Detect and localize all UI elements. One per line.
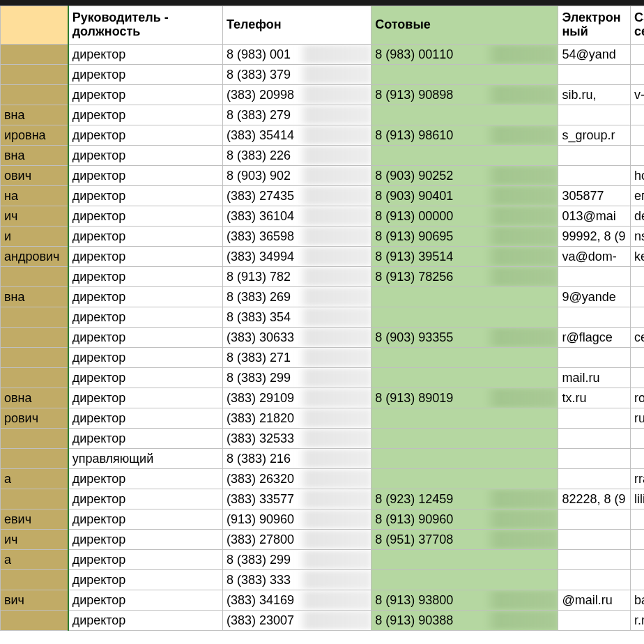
cell-mobile[interactable]: 8 (923) 12459 xyxy=(371,489,558,509)
cell-email[interactable] xyxy=(558,105,630,125)
cell-mobile[interactable]: 8 (903) 93355 xyxy=(371,328,558,348)
cell-site[interactable]: r.ru xyxy=(630,611,644,631)
cell-email[interactable] xyxy=(558,429,630,449)
cell-position[interactable]: директор xyxy=(68,105,223,125)
table-row[interactable]: директор8 (383) 271 xyxy=(1,348,645,368)
cell-phone[interactable]: (383) 35414 xyxy=(222,125,371,146)
cell-site[interactable] xyxy=(630,429,644,449)
cell-position[interactable]: директор xyxy=(68,146,223,166)
cell-name-fragment[interactable] xyxy=(1,45,68,65)
header-position[interactable]: Руководитель - должность xyxy=(68,6,223,45)
cell-site[interactable] xyxy=(630,287,644,307)
cell-position[interactable]: директор xyxy=(68,125,223,146)
table-row[interactable]: внадиректор8 (383) 279 xyxy=(1,105,645,125)
cell-mobile[interactable] xyxy=(371,287,558,307)
cell-email[interactable]: 9@yande xyxy=(558,287,630,307)
cell-phone[interactable]: (383) 27435 xyxy=(222,186,371,206)
cell-email[interactable]: mail.ru xyxy=(558,368,630,388)
cell-site[interactable] xyxy=(630,570,644,590)
cell-position[interactable]: директор xyxy=(68,530,223,550)
cell-mobile[interactable] xyxy=(371,550,558,570)
table-row[interactable]: директор(383) 209988 (913) 90898sib.ru,v… xyxy=(1,85,645,105)
cell-position[interactable]: директор xyxy=(68,388,223,408)
table-row[interactable]: внадиректор8 (383) 226 xyxy=(1,146,645,166)
table-row[interactable]: ичдиректор(383) 361048 (913) 00000013@ma… xyxy=(1,206,645,227)
table-row[interactable]: директор(383) 335778 (923) 1245982228, 8… xyxy=(1,489,645,509)
cell-site[interactable] xyxy=(630,45,644,65)
cell-phone[interactable]: 8 (983) 001 xyxy=(222,45,371,65)
cell-phone[interactable]: (383) 30633 xyxy=(222,328,371,348)
table-row[interactable]: идиректор(383) 365988 (913) 9069599992, … xyxy=(1,227,645,247)
table-row[interactable]: ичдиректор(383) 278008 (951) 37708 xyxy=(1,530,645,550)
cell-name-fragment[interactable]: евич xyxy=(1,509,68,530)
cell-site[interactable] xyxy=(630,509,644,530)
cell-position[interactable]: директор xyxy=(68,206,223,227)
cell-name-fragment[interactable]: ич xyxy=(1,206,68,227)
cell-name-fragment[interactable] xyxy=(1,368,68,388)
cell-phone[interactable]: (383) 23007 xyxy=(222,611,371,631)
header-site[interactable]: Сайт в сети xyxy=(630,6,644,45)
cell-site[interactable]: center. xyxy=(630,328,644,348)
cell-email[interactable] xyxy=(558,570,630,590)
cell-name-fragment[interactable]: и xyxy=(1,227,68,247)
cell-name-fragment[interactable]: вич xyxy=(1,590,68,611)
table-row[interactable]: адиректор(383) 26320rra.ru xyxy=(1,469,645,489)
cell-email[interactable] xyxy=(558,348,630,368)
cell-position[interactable]: директор xyxy=(68,590,223,611)
table-row[interactable]: вичдиректор(383) 341698 (913) 93800@mail… xyxy=(1,590,645,611)
cell-phone[interactable]: 8 (383) 299 xyxy=(222,368,371,388)
cell-mobile[interactable]: 8 (913) 90960 xyxy=(371,509,558,530)
cell-mobile[interactable]: 8 (913) 98610 xyxy=(371,125,558,146)
cell-position[interactable]: директор xyxy=(68,509,223,530)
cell-name-fragment[interactable]: вна xyxy=(1,287,68,307)
table-row[interactable]: евичдиректор(913) 909608 (913) 90960 xyxy=(1,509,645,530)
cell-position[interactable]: директор xyxy=(68,227,223,247)
cell-mobile[interactable] xyxy=(371,570,558,590)
cell-phone[interactable]: (913) 90960 xyxy=(222,509,371,530)
cell-phone[interactable]: (383) 32533 xyxy=(222,429,371,449)
cell-site[interactable]: ru xyxy=(630,408,644,429)
cell-position[interactable]: директор xyxy=(68,328,223,348)
cell-phone[interactable]: (383) 21820 xyxy=(222,408,371,429)
cell-mobile[interactable] xyxy=(371,429,558,449)
cell-email[interactable]: r@flagce xyxy=(558,328,630,348)
cell-email[interactable] xyxy=(558,550,630,570)
cell-email[interactable] xyxy=(558,408,630,429)
cell-email[interactable] xyxy=(558,166,630,186)
cell-position[interactable]: директор xyxy=(68,469,223,489)
cell-phone[interactable]: 8 (383) 333 xyxy=(222,570,371,590)
header-mobile[interactable]: Сотовые xyxy=(371,6,558,45)
cell-phone[interactable]: (383) 36104 xyxy=(222,206,371,227)
cell-position[interactable]: директор xyxy=(68,247,223,267)
header-email[interactable]: Электрон ный xyxy=(558,6,630,45)
cell-name-fragment[interactable] xyxy=(1,611,68,631)
cell-site[interactable] xyxy=(630,530,644,550)
cell-email[interactable]: s_group.r xyxy=(558,125,630,146)
cell-position[interactable]: директор xyxy=(68,65,223,85)
cell-mobile[interactable] xyxy=(371,146,558,166)
cell-email[interactable]: 82228, 8 (9 xyxy=(558,489,630,509)
cell-mobile[interactable]: 8 (913) 90898 xyxy=(371,85,558,105)
cell-name-fragment[interactable] xyxy=(1,267,68,287)
cell-name-fragment[interactable]: андрович xyxy=(1,247,68,267)
table-row[interactable]: директор8 (383) 379 xyxy=(1,65,645,85)
cell-name-fragment[interactable]: ович xyxy=(1,166,68,186)
cell-site[interactable] xyxy=(630,65,644,85)
cell-email[interactable]: va@dom- xyxy=(558,247,630,267)
cell-phone[interactable]: (383) 36598 xyxy=(222,227,371,247)
cell-email[interactable]: sib.ru, xyxy=(558,85,630,105)
cell-position[interactable]: директор xyxy=(68,611,223,631)
cell-email[interactable]: tx.ru xyxy=(558,388,630,408)
cell-name-fragment[interactable]: а xyxy=(1,550,68,570)
cell-name-fragment[interactable]: а xyxy=(1,469,68,489)
cell-site[interactable] xyxy=(630,146,644,166)
cell-site[interactable] xyxy=(630,267,644,287)
cell-phone[interactable]: 8 (383) 269 xyxy=(222,287,371,307)
cell-mobile[interactable] xyxy=(371,307,558,328)
cell-site[interactable] xyxy=(630,550,644,570)
cell-site[interactable] xyxy=(630,368,644,388)
cell-name-fragment[interactable] xyxy=(1,307,68,328)
cell-mobile[interactable] xyxy=(371,469,558,489)
table-row[interactable]: адиректор8 (383) 299 xyxy=(1,550,645,570)
cell-position[interactable]: директор xyxy=(68,408,223,429)
